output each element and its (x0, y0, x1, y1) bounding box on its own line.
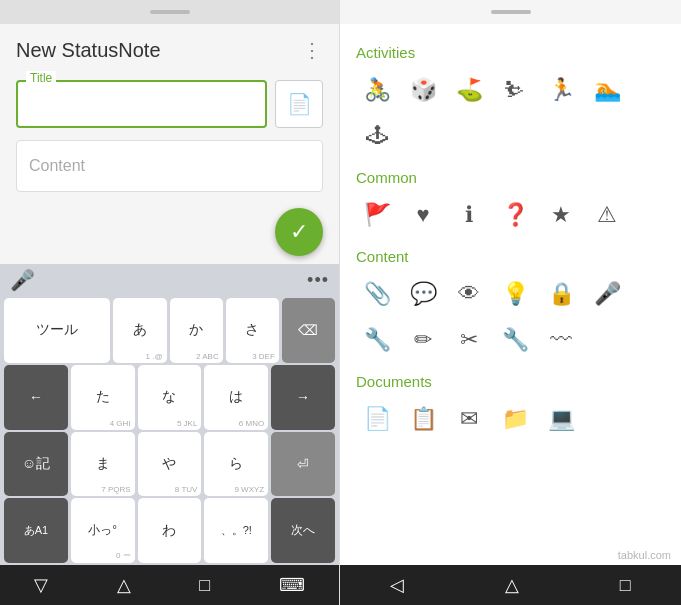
key-tool[interactable]: ツール (4, 298, 110, 363)
title-input-row: 📄 (16, 80, 323, 128)
icon-laptop[interactable]: 💻 (540, 398, 582, 440)
key-ta[interactable]: た4 GHI (71, 365, 135, 430)
icon-chat[interactable]: 💬 (402, 273, 444, 315)
icon-warning[interactable]: ⚠ (586, 194, 628, 236)
back-nav-icon[interactable]: ▽ (34, 574, 48, 596)
icon-mic[interactable]: 🎤 (586, 273, 628, 315)
content-input-placeholder[interactable]: Content (16, 140, 323, 192)
watermark: tabkul.com (618, 549, 671, 561)
icon-running[interactable]: 🏃 (540, 69, 582, 111)
keyboard-row-1: ツール あ1 .@ か2 ABC さ3 DEF ⌫ (4, 298, 335, 363)
home-nav-right-icon[interactable]: △ (505, 574, 519, 596)
key-ra[interactable]: ら9 WXYZ (204, 432, 268, 497)
icon-paperclip[interactable]: 📎 (356, 273, 398, 315)
status-bar-left (0, 0, 339, 24)
back-nav-right-icon[interactable]: ◁ (390, 574, 404, 596)
confirm-button[interactable]: ✓ (275, 208, 323, 256)
icon-grid-activities: 🚴 🎲 ⛳ ⛷ 🏃 🏊 🕹 (356, 69, 665, 157)
recents-nav-icon[interactable]: □ (199, 575, 210, 596)
key-a[interactable]: あ1 .@ (113, 298, 166, 363)
key-mode[interactable]: あA1 (4, 498, 68, 563)
content-placeholder-text: Content (29, 157, 85, 175)
icon-lock[interactable]: 🔒 (540, 273, 582, 315)
icon-wrench[interactable]: 🔧 (356, 319, 398, 361)
keyboard-row-3: ☺記 ま7 PQRS や8 TUV ら9 WXYZ ⏎ (4, 432, 335, 497)
key-sa[interactable]: さ3 DEF (226, 298, 279, 363)
key-ha[interactable]: は6 MNO (204, 365, 268, 430)
page-title: New StatusNote (16, 39, 161, 62)
icon-pencil[interactable]: ✏ (402, 319, 444, 361)
key-wa[interactable]: わ (138, 498, 202, 563)
keyboard-row-4: あA1 小っ°0 ー わ 、。?! 次へ (4, 498, 335, 563)
icon-spanner[interactable]: 🔧 (494, 319, 536, 361)
more-options-icon[interactable]: ⋮ (302, 38, 323, 62)
mic-icon[interactable]: 🎤 (10, 268, 35, 292)
keyboard-more-icon[interactable]: ••• (307, 270, 329, 291)
keyboard-area: 🎤 ••• ツール あ1 .@ か2 ABC さ3 DEF ⌫ ← た4 GHI… (0, 264, 339, 565)
icon-gamepad[interactable]: 🕹 (356, 115, 398, 157)
key-backspace[interactable]: ⌫ (282, 298, 335, 363)
icon-heart[interactable]: ♥ (402, 194, 444, 236)
title-input[interactable] (16, 80, 267, 128)
title-field-wrapper: Title 📄 (16, 80, 323, 128)
key-right[interactable]: → (271, 365, 335, 430)
category-label-content: Content (356, 248, 665, 265)
keyboard-top-bar: 🎤 ••• (0, 264, 339, 296)
icon-star[interactable]: ★ (540, 194, 582, 236)
icon-grid-content: 📎 💬 👁 💡 🔒 🎤 🔧 ✏ ✂ 🔧 〰 (356, 273, 665, 361)
icon-golf[interactable]: ⛳ (448, 69, 490, 111)
recents-nav-right-icon[interactable]: □ (620, 575, 631, 596)
icon-folder[interactable]: 📁 (494, 398, 536, 440)
attach-icon: 📄 (287, 92, 312, 116)
home-nav-icon[interactable]: △ (117, 574, 131, 596)
icon-wave[interactable]: 〰 (540, 319, 582, 361)
key-small[interactable]: 小っ°0 ー (71, 498, 135, 563)
category-label-activities: Activities (356, 44, 665, 61)
icon-cycling[interactable]: 🚴 (356, 69, 398, 111)
icon-document[interactable]: 📄 (356, 398, 398, 440)
key-enter[interactable]: ⏎ (271, 432, 335, 497)
icon-bulb[interactable]: 💡 (494, 273, 536, 315)
left-panel: New StatusNote ⋮ Title 📄 Content ✓ 🎤 ••• (0, 0, 340, 605)
icon-flag[interactable]: 🚩 (356, 194, 398, 236)
icon-clipboard[interactable]: 📋 (402, 398, 444, 440)
drag-handle-left (150, 10, 190, 14)
drag-handle-right (491, 10, 531, 14)
key-na[interactable]: な5 JKL (138, 365, 202, 430)
keyboard-row-2: ← た4 GHI な5 JKL は6 MNO → (4, 365, 335, 430)
icon-scissors[interactable]: ✂ (448, 319, 490, 361)
status-bar-right (340, 0, 681, 24)
icon-envelope[interactable]: ✉ (448, 398, 490, 440)
attach-button[interactable]: 📄 (275, 80, 323, 128)
nav-bar-left: ▽ △ □ ⌨ (0, 565, 339, 605)
key-ka[interactable]: か2 ABC (170, 298, 223, 363)
category-label-documents: Documents (356, 373, 665, 390)
key-next[interactable]: 次へ (271, 498, 335, 563)
icon-question[interactable]: ❓ (494, 194, 536, 236)
icon-info[interactable]: ℹ (448, 194, 490, 236)
title-label: Title (26, 71, 56, 85)
icon-grid-common: 🚩 ♥ ℹ ❓ ★ ⚠ (356, 194, 665, 236)
key-punct[interactable]: 、。?! (204, 498, 268, 563)
keyboard-rows: ツール あ1 .@ か2 ABC さ3 DEF ⌫ ← た4 GHI な5 JK… (0, 296, 339, 565)
right-panel: Activities 🚴 🎲 ⛳ ⛷ 🏃 🏊 🕹 Common 🚩 ♥ ℹ ❓ … (340, 0, 681, 605)
left-header: New StatusNote ⋮ (0, 24, 339, 72)
key-ma[interactable]: ま7 PQRS (71, 432, 135, 497)
icon-skiing[interactable]: ⛷ (494, 69, 536, 111)
fab-row: ✓ (0, 200, 339, 264)
key-emoji[interactable]: ☺記 (4, 432, 68, 497)
icon-picker-scroll: Activities 🚴 🎲 ⛳ ⛷ 🏃 🏊 🕹 Common 🚩 ♥ ℹ ❓ … (340, 24, 681, 565)
keyboard-nav-icon[interactable]: ⌨ (279, 574, 305, 596)
category-label-common: Common (356, 169, 665, 186)
nav-bar-right: ◁ △ □ (340, 565, 681, 605)
form-area: Title 📄 Content (0, 72, 339, 200)
icon-dice[interactable]: 🎲 (402, 69, 444, 111)
icon-eye[interactable]: 👁 (448, 273, 490, 315)
key-left[interactable]: ← (4, 365, 68, 430)
check-icon: ✓ (290, 219, 308, 245)
icon-grid-documents: 📄 📋 ✉ 📁 💻 (356, 398, 665, 440)
icon-swimming[interactable]: 🏊 (586, 69, 628, 111)
key-ya[interactable]: や8 TUV (138, 432, 202, 497)
